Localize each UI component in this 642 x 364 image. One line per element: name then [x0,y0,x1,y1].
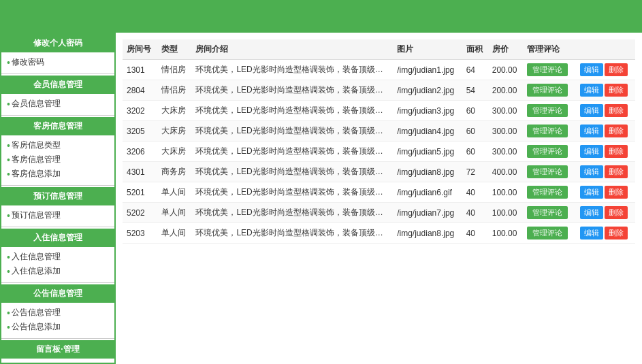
sidebar-section-title-0: 修改个人密码 [1,34,114,52]
manage-cell: 管理评论 [523,80,575,101]
action-cell: 编辑删除 [575,223,635,244]
room-area: 40 [462,182,488,203]
table-header-row: 房间号类型房间介绍图片面积房价管理评论 [123,39,635,60]
sidebar-divider [1,115,114,116]
room-desc: 环境优美，LED光影时尚造型格调装饰，装备顶级影音设备，床褥舒适， [191,121,393,142]
manage-cell: 管理评论 [523,101,575,121]
room-desc: 环境优美，LED光影时尚造型格调装饰，装备顶级影音设备，床褥舒适， [191,60,393,80]
room-area: 64 [462,60,488,80]
sidebar-item-5-1[interactable]: 公告信息添加 [7,320,109,334]
sidebar-divider [1,338,114,339]
sidebar-item-4-1[interactable]: 入住信息添加 [7,264,109,278]
room-type: 情侣房 [157,80,192,101]
room-area: 60 [462,142,488,162]
sidebar-item-2-2[interactable]: 客房信息添加 [7,167,109,181]
manage-comment-button[interactable]: 管理评论 [527,165,568,178]
room-img: /img/judian8.jpg [393,223,462,244]
delete-button[interactable]: 删除 [605,206,628,219]
edit-button[interactable]: 编辑 [580,145,603,158]
col-header-5: 房价 [488,39,523,60]
room-type: 单人间 [157,203,192,223]
sidebar-item-3-0[interactable]: 预订信息管理 [7,208,109,222]
manage-comment-button[interactable]: 管理评论 [527,186,568,199]
manage-cell: 管理评论 [523,182,575,203]
sidebar-divider [1,282,114,283]
manage-cell: 管理评论 [523,162,575,182]
rooms-table: 房间号类型房间介绍图片面积房价管理评论 1301情侣房环境优美，LED光影时尚造… [123,39,635,244]
edit-button[interactable]: 编辑 [580,206,603,219]
room-price: 200.00 [488,60,523,80]
action-cell: 编辑删除 [575,162,635,182]
sidebar-item-4-0[interactable]: 入住信息管理 [7,250,109,264]
manage-comment-button[interactable]: 管理评论 [527,125,568,137]
edit-button[interactable]: 编辑 [580,84,603,97]
delete-button[interactable]: 删除 [605,63,628,76]
edit-button[interactable]: 编辑 [580,63,603,76]
edit-button[interactable]: 编辑 [580,104,603,117]
sidebar-item-2-0[interactable]: 客房信息类型 [7,138,109,152]
room-img: /img/judian5.jpg [393,142,462,162]
delete-button[interactable]: 删除 [605,165,628,178]
sidebar-item-5-0[interactable]: 公告信息管理 [7,305,109,320]
action-cell: 编辑删除 [575,60,635,80]
room-type: 大床房 [157,121,192,142]
room-no: 3206 [123,142,157,162]
room-area: 60 [462,121,488,142]
col-header-7 [575,39,635,60]
delete-button[interactable]: 删除 [605,227,628,239]
table-row: 3202大床房环境优美，LED光影时尚造型格调装饰，装备顶级影音设备，床褥舒适，… [123,101,635,121]
delete-button[interactable]: 删除 [605,125,628,137]
manage-comment-button[interactable]: 管理评论 [527,227,568,239]
edit-button[interactable]: 编辑 [580,186,603,199]
room-price: 100.00 [488,203,523,223]
manage-comment-button[interactable]: 管理评论 [527,104,568,117]
sidebar-item-2-1[interactable]: 客房信息管理 [7,152,109,167]
room-no: 5203 [123,223,157,244]
room-desc: 环境优美，LED光影时尚造型格调装饰，装备顶级影音设备，床褥舒适， [191,101,393,121]
edit-button[interactable]: 编辑 [580,165,603,178]
room-type: 情侣房 [157,60,192,80]
col-header-4: 面积 [462,39,488,60]
sidebar-item-6-0[interactable]: 留言板—管理 [7,361,109,364]
room-type: 大床房 [157,142,192,162]
room-img: /img/judian1.jpg [393,60,462,80]
delete-button[interactable]: 删除 [605,84,628,97]
manage-cell: 管理评论 [523,203,575,223]
sidebar-item-0-0[interactable]: 修改密码 [7,55,109,69]
manage-comment-button[interactable]: 管理评论 [527,206,568,219]
room-no: 5201 [123,182,157,203]
room-desc: 环境优美，LED光影时尚造型格调装饰，装备顶级影音设备，床褥舒适， [191,223,393,244]
room-no: 3202 [123,101,157,121]
action-cell: 编辑删除 [575,203,635,223]
room-desc: 环境优美，LED光影时尚造型格调装饰，装备顶级影音设备，床褥舒适， [191,203,393,223]
edit-button[interactable]: 编辑 [580,125,603,137]
sidebar-section-title-2: 客房信息管理 [1,117,114,135]
delete-button[interactable]: 删除 [605,145,628,158]
sidebar-divider [1,227,114,227]
manage-cell: 管理评论 [523,223,575,244]
action-cell: 编辑删除 [575,121,635,142]
manage-comment-button[interactable]: 管理评论 [527,145,568,158]
room-img: /img/judian6.gif [393,182,462,203]
room-no: 2804 [123,80,157,101]
manage-comment-button[interactable]: 管理评论 [527,84,568,97]
manage-cell: 管理评论 [523,121,575,142]
table-row: 4301商务房环境优美，LED光影时尚造型格调装饰，装备顶级影音设备，床褥舒适，… [123,162,635,182]
sidebar-divider [1,185,114,186]
room-price: 300.00 [488,101,523,121]
room-area: 72 [462,162,488,182]
sidebar-item-1-0[interactable]: 会员信息管理 [7,97,109,111]
sidebar-section-title-5: 公告信息管理 [1,284,114,303]
action-cell: 编辑删除 [575,142,635,162]
manage-cell: 管理评论 [523,60,575,80]
room-no: 3205 [123,121,157,142]
room-price: 400.00 [488,162,523,182]
header [0,0,642,33]
edit-button[interactable]: 编辑 [580,227,603,239]
room-type: 商务房 [157,162,192,182]
room-area: 60 [462,101,488,121]
manage-comment-button[interactable]: 管理评论 [527,63,568,76]
delete-button[interactable]: 删除 [605,186,628,199]
table-row: 5203单人间环境优美，LED光影时尚造型格调装饰，装备顶级影音设备，床褥舒适，… [123,223,635,244]
delete-button[interactable]: 删除 [605,104,628,117]
